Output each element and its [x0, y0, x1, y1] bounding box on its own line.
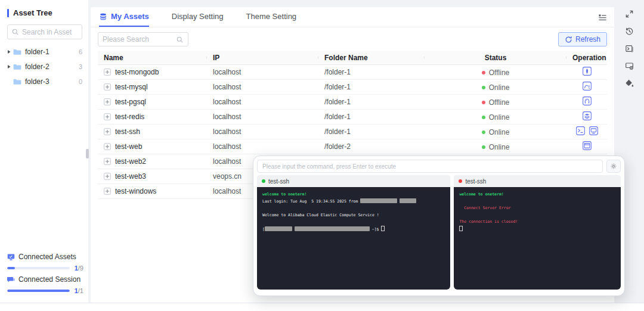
stat-label-row: Connected Session: [7, 275, 83, 284]
tab-label: Display Setting: [172, 12, 224, 21]
terminal-panes: test-sshwelcome to oneterm!Last login: T…: [257, 175, 621, 290]
sidebar: Asset Tree folder-16folder-23folder-30 C…: [0, 0, 88, 303]
asset-ip: localhost: [207, 98, 318, 106]
terminal-tab-label: test-ssh: [268, 178, 289, 185]
asset-ip: localhost: [207, 68, 318, 76]
terminal-tab[interactable]: test-ssh: [257, 175, 450, 187]
table-search-box[interactable]: [98, 32, 188, 46]
terminal-line: [262, 219, 445, 226]
mysql-icon[interactable]: [583, 82, 592, 91]
sidebar-header: Asset Tree: [0, 7, 88, 17]
asset-status: Offline: [425, 68, 566, 77]
session-icon: [7, 276, 15, 284]
table-row[interactable]: test-redislocalhost/folder-1Online: [98, 110, 607, 125]
caret-right-icon[interactable]: [5, 64, 13, 69]
status-dot: [482, 145, 485, 149]
table-row[interactable]: test-sshlocalhost/folder-1Online: [98, 125, 607, 139]
command-input[interactable]: [257, 160, 603, 173]
redacted-text: [400, 198, 416, 203]
theme-bucket-icon[interactable]: [625, 79, 634, 88]
browser-icon[interactable]: [583, 141, 592, 150]
plus-box-icon[interactable]: [104, 188, 111, 195]
asset-operations: [566, 141, 607, 152]
table-search-input[interactable]: [103, 35, 173, 43]
redacted-text: [265, 226, 292, 231]
gear-icon: [610, 163, 617, 170]
asset-name: test-web3: [115, 172, 146, 181]
refresh-icon: [565, 36, 572, 43]
caret-right-icon[interactable]: [5, 49, 13, 54]
plus-box-icon[interactable]: [104, 98, 111, 105]
mongodb-icon[interactable]: [583, 67, 592, 76]
postgres-icon[interactable]: [583, 97, 592, 105]
plus-box-icon[interactable]: [104, 158, 111, 165]
asset-name: test-mongodb: [115, 68, 159, 76]
terminal-cursor: [459, 226, 463, 231]
asset-folder: /folder-1: [318, 68, 425, 76]
monitor-icon: [7, 253, 15, 261]
table-row[interactable]: test-weblocalhost/folder-2Online: [98, 139, 607, 154]
tree-item-count: 6: [79, 48, 82, 55]
column-header-operation: Operation: [566, 54, 607, 62]
tree-item-folder-2[interactable]: folder-23: [0, 59, 88, 74]
table-row[interactable]: test-mysqllocalhost/folder-1Online: [98, 80, 607, 95]
asset-name: test-ssh: [115, 127, 140, 136]
stat-value: 1/1: [75, 287, 83, 294]
plus-box-icon[interactable]: [104, 173, 111, 180]
terminal-screen[interactable]: welcome to oneterm! Connect Server Error…: [454, 187, 621, 290]
asset-ip: localhost: [207, 127, 318, 136]
asset-operations: [566, 97, 607, 107]
tab-theme-setting[interactable]: Theme Setting: [246, 7, 297, 27]
tab-display-setting[interactable]: Display Setting: [172, 7, 224, 27]
stat-value: 1/9: [75, 265, 83, 272]
plus-box-icon[interactable]: [104, 113, 111, 120]
asset-name: test-pgsql: [115, 98, 146, 106]
terminal-line: [459, 212, 615, 219]
asset-search-input[interactable]: [22, 28, 78, 36]
terminal-icon[interactable]: [576, 126, 585, 135]
tree-item-folder-1[interactable]: folder-16: [0, 44, 88, 59]
fullscreen-icon[interactable]: [625, 10, 634, 18]
plus-box-icon[interactable]: [104, 69, 111, 76]
accent-bar: [7, 9, 9, 17]
refresh-button[interactable]: Refresh: [558, 32, 607, 46]
status-dot: [482, 116, 485, 119]
terminal-pane: test-sshwelcome to oneterm! Connect Serv…: [454, 175, 621, 290]
asset-status: Online: [425, 113, 566, 122]
asset-tree: folder-16folder-23folder-30: [0, 44, 88, 89]
sidebar-resize-handle[interactable]: [86, 149, 89, 158]
asset-name: test-web: [115, 142, 142, 151]
table-header: NameIPFolder NameStatusOperation: [98, 51, 607, 65]
command-settings-button[interactable]: [606, 160, 621, 173]
asset-status: Online: [425, 83, 566, 92]
status-text: Online: [489, 113, 510, 122]
terminal-screen[interactable]: welcome to oneterm!Last login: Tue Aug 5…: [257, 187, 450, 290]
terminal-cursor: [381, 226, 385, 231]
table-row[interactable]: test-mongodblocalhost/folder-1Offline: [98, 65, 607, 80]
search-icon: [176, 36, 184, 43]
tab-my-assets[interactable]: My Assets: [99, 7, 149, 27]
asset-operations: [566, 67, 607, 77]
tree-item-folder-3[interactable]: folder-30: [0, 74, 88, 89]
tab-label: My Assets: [111, 12, 149, 21]
column-header-status: Status: [425, 54, 566, 62]
terminal-line: [459, 198, 615, 206]
asset-search-box[interactable]: [7, 24, 82, 39]
history-icon[interactable]: [625, 27, 634, 36]
status-dot: [482, 101, 485, 104]
plus-box-icon[interactable]: [104, 143, 111, 150]
plus-box-icon[interactable]: [104, 83, 111, 91]
console-icon[interactable]: [625, 44, 634, 53]
redis-icon[interactable]: [583, 111, 592, 120]
tree-item-label: folder-2: [25, 63, 79, 71]
terminal-tab[interactable]: test-ssh: [454, 175, 621, 187]
status-text: Online: [489, 143, 510, 151]
tree-item-label: folder-1: [25, 48, 79, 56]
table-row[interactable]: test-pgsqllocalhost/folder-1Offline: [98, 95, 607, 110]
footer-bar: [0, 303, 644, 311]
plus-box-icon[interactable]: [104, 128, 111, 135]
status-dot: [482, 71, 485, 74]
remote-desktop-icon[interactable]: [589, 126, 598, 135]
display-settings-icon[interactable]: [625, 61, 634, 70]
list-icon[interactable]: [598, 13, 607, 22]
